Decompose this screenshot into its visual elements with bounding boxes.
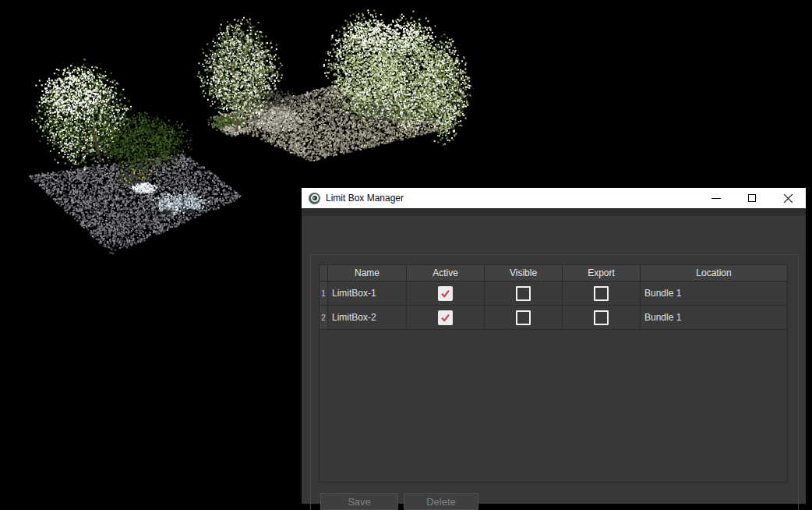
name-cell[interactable]: LimitBox-2 xyxy=(328,306,407,329)
limit-box-table: Name Active Visible Export Location 1 Li… xyxy=(319,264,788,483)
active-checkbox[interactable] xyxy=(438,310,453,325)
close-button[interactable] xyxy=(770,188,806,208)
export-cell xyxy=(563,306,641,329)
window-title: Limit Box Manager xyxy=(326,193,404,204)
location-cell[interactable]: Bundle 1 xyxy=(641,306,787,329)
name-cell[interactable]: LimitBox-1 xyxy=(328,282,407,305)
visible-checkbox[interactable] xyxy=(516,286,531,301)
titlebar[interactable]: Limit Box Manager xyxy=(302,188,806,208)
save-button[interactable]: Save xyxy=(320,493,398,510)
column-header-visible[interactable]: Visible xyxy=(485,265,563,281)
minimize-icon xyxy=(711,198,721,199)
delete-button[interactable]: Delete xyxy=(404,493,478,510)
visible-checkbox[interactable] xyxy=(516,310,531,325)
maximize-icon xyxy=(748,194,756,202)
bullseye-icon xyxy=(309,193,320,204)
visible-cell xyxy=(485,282,563,305)
export-checkbox[interactable] xyxy=(594,286,609,301)
active-checkbox[interactable] xyxy=(438,286,453,301)
window-controls xyxy=(698,188,806,208)
close-icon xyxy=(783,193,793,204)
row-number-cell[interactable]: 2 xyxy=(320,306,328,329)
dialog-body: Name Active Visible Export Location 1 Li… xyxy=(302,208,806,504)
column-header-location[interactable]: Location xyxy=(641,265,787,281)
row-number-header xyxy=(320,265,328,281)
visible-cell xyxy=(485,306,563,329)
table-header-row: Name Active Visible Export Location xyxy=(320,265,787,282)
content-frame: Name Active Visible Export Location 1 Li… xyxy=(310,254,799,510)
titlebar-shadow-strip xyxy=(302,208,806,216)
column-header-name[interactable]: Name xyxy=(328,265,407,281)
location-cell[interactable]: Bundle 1 xyxy=(641,282,787,305)
active-cell xyxy=(407,306,485,329)
row-number-cell[interactable]: 1 xyxy=(320,282,328,305)
minimize-button[interactable] xyxy=(698,188,734,208)
column-header-active[interactable]: Active xyxy=(407,265,485,281)
table-row[interactable]: 1 LimitBox-1 Bundle 1 xyxy=(320,282,787,306)
export-checkbox[interactable] xyxy=(594,310,609,325)
column-header-export[interactable]: Export xyxy=(563,265,641,281)
export-cell xyxy=(563,282,641,305)
active-cell xyxy=(407,282,485,305)
table-row[interactable]: 2 LimitBox-2 Bundle 1 xyxy=(320,306,787,330)
maximize-button[interactable] xyxy=(734,188,770,208)
limit-box-manager-window: Limit Box Manager Name Active Visible Ex… xyxy=(302,188,806,504)
